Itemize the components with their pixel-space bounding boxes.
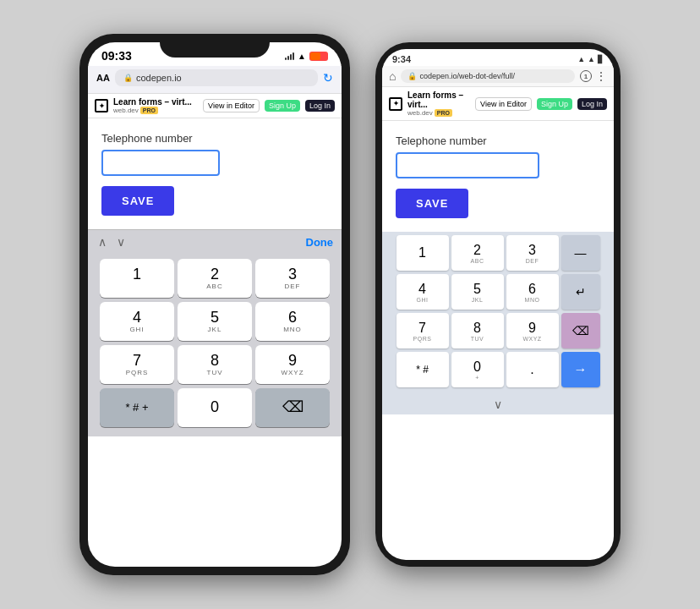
codepen-toolbar: ✦ Learn forms – virt... web.dev PRO View… [88,94,342,118]
key-3[interactable]: 3 DEF [255,259,330,298]
key-5[interactable]: 5 JKL [178,302,252,341]
android-url-text: codepen.io/web-dot-dev/full/ [419,72,515,80]
keyboard-toolbar: ∧ ∨ Done [88,229,342,254]
android-kb-row-3: 7 PQRS 8 TUV 9 WXYZ ⌫ [384,313,612,348]
android-key-0[interactable]: 0 + [451,352,504,387]
android-kb-row-1: 1 2 ABC 3 DEF — [384,235,612,271]
android-signup-button[interactable]: Sign Up [537,98,572,110]
telephone-input[interactable] [101,150,220,176]
login-button[interactable]: Log In [305,100,335,112]
android-url-bar[interactable]: 🔒 codepen.io/web-dot-dev/full/ [401,69,575,83]
key-2[interactable]: 2 ABC [178,259,252,298]
android-codepen-info: Learn forms – virt... web.dev PRO [407,91,470,117]
right-screen: 9:34 ▲ ▲ ▊ ⌂ 🔒 codepen.io/web-dot-dev/fu… [382,49,614,560]
battery-icon [309,52,328,61]
kb-prev-button[interactable]: ∧ [96,233,108,250]
android-key-minus[interactable]: — [561,235,600,271]
key-9[interactable]: 9 WXYZ [255,345,330,384]
android-key-4[interactable]: 4 GHI [396,274,449,310]
android-key-backspace[interactable]: ⌫ [561,313,600,348]
key-symbols[interactable]: * # + [100,388,174,427]
android-wifi-icon: ▲ [588,55,595,63]
notch [160,34,270,58]
android-codepen-title: Learn forms – virt... [407,91,470,109]
reader-label: AA [96,73,110,83]
android-browser-bar[interactable]: ⌂ 🔒 codepen.io/web-dot-dev/full/ 1 ⋮ [382,66,614,87]
android-key-2[interactable]: 2 ABC [451,235,504,271]
web-content: Telephone number SAVE [88,118,342,229]
codepen-info: Learn forms – virt... web.dev PRO [113,97,198,114]
codepen-logo: ✦ [95,99,108,112]
android-codepen-toolbar: ✦ Learn forms – virt... web.dev PRO View… [382,87,614,121]
android-login-button[interactable]: Log In [577,98,607,110]
kb-row-2: 4 GHI 5 JKL 6 MNO [91,302,338,341]
kb-row-1: 1 2 ABC 3 DEF [91,259,338,298]
android-key-enter[interactable]: ↵ [561,274,600,310]
android-codepen-logo: ✦ [389,97,402,111]
view-in-editor-button[interactable]: View in Editor [203,99,260,112]
android-signal-icon: ▲ [577,55,585,63]
android-keyboard: 1 2 ABC 3 DEF — 4 GHI [382,232,614,394]
pro-badge: PRO [140,107,158,114]
android-kb-row-2: 4 GHI 5 JKL 6 MNO ↵ [384,274,612,310]
android-telephone-label: Telephone number [396,134,600,147]
android-key-7[interactable]: 7 PQRS [396,313,449,348]
signal-icon [285,52,294,60]
android-key-8[interactable]: 8 TUV [451,313,504,348]
refresh-icon[interactable]: ↻ [323,71,333,85]
android-lock-icon: 🔒 [407,72,417,80]
android-telephone-input[interactable] [396,152,539,178]
ios-browser-bar[interactable]: AA 🔒 codepen.io ↻ [88,66,342,94]
android-key-go[interactable]: → [561,352,600,387]
status-icons: ▲ [285,52,328,61]
signup-button[interactable]: Sign Up [265,100,300,112]
wifi-icon: ▲ [298,52,306,61]
kb-row-4: * # + 0 ⌫ [91,388,338,427]
telephone-label: Telephone number [101,132,328,145]
codepen-sub: web.dev PRO [113,107,198,114]
android-battery-icon: ▊ [598,55,604,63]
android-view-button[interactable]: View in Editor [475,97,532,111]
android-web-content: Telephone number SAVE [382,121,614,232]
android-key-3[interactable]: 3 DEF [506,235,559,271]
kb-done-button[interactable]: Done [306,236,334,249]
key-0[interactable]: 0 [178,388,252,427]
android-kb-handle[interactable]: ∨ [382,394,614,414]
key-4[interactable]: 4 GHI [100,302,174,341]
kb-next-button[interactable]: ∨ [115,233,127,250]
android-kb-row-4: * # 0 + . → [384,352,612,387]
kb-row-3: 7 PQRS 8 TUV 9 WXYZ [91,345,338,384]
key-1[interactable]: 1 [100,259,174,298]
kb-nav[interactable]: ∧ ∨ [96,233,127,250]
android-key-5[interactable]: 5 JKL [451,274,504,310]
url-text: codepen.io [136,73,182,83]
url-bar[interactable]: 🔒 codepen.io [115,69,318,86]
right-phone: 9:34 ▲ ▲ ▊ ⌂ 🔒 codepen.io/web-dot-dev/fu… [375,42,621,567]
save-button[interactable]: SAVE [101,186,174,216]
android-key-9[interactable]: 9 WXYZ [506,313,559,348]
android-time: 9:34 [392,54,411,64]
android-pro-badge: PRO [435,109,452,117]
key-backspace[interactable]: ⌫ [255,388,330,427]
ios-keyboard: 1 2 ABC 3 DEF 4 GHI 5 [88,254,342,436]
android-menu-icon[interactable]: ⋮ [595,69,607,83]
lock-icon: 🔒 [123,74,133,82]
left-phone: 09:33 ▲ AA 🔒 codepe [79,34,350,575]
android-key-1[interactable]: 1 [396,235,449,271]
android-browser-icons: 1 ⋮ [580,69,607,83]
status-time: 09:33 [101,49,132,63]
android-home-icon[interactable]: ⌂ [389,69,396,83]
codepen-title: Learn forms – virt... [113,97,198,107]
android-status-bar: 9:34 ▲ ▲ ▊ [382,49,614,66]
android-key-dot[interactable]: . [506,352,559,387]
key-8[interactable]: 8 TUV [178,345,252,384]
android-status-icons: ▲ ▲ ▊ [577,55,604,63]
android-key-symbols[interactable]: * # [396,352,449,387]
android-tab-icon[interactable]: 1 [580,70,592,82]
left-screen: 09:33 ▲ AA 🔒 codepe [88,42,342,567]
android-key-6[interactable]: 6 MNO [506,274,559,310]
android-codepen-sub: web.dev PRO [407,109,470,117]
key-6[interactable]: 6 MNO [255,302,330,341]
android-save-button[interactable]: SAVE [396,189,468,218]
key-7[interactable]: 7 PQRS [100,345,174,384]
